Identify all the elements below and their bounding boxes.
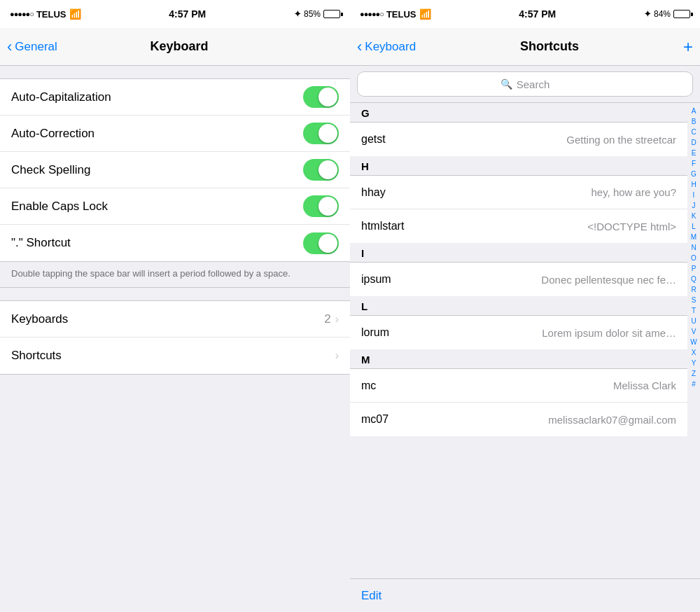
right-time: 4:57 PM xyxy=(519,8,556,20)
auto-capitalization-row[interactable]: Auto-Capitalization xyxy=(0,79,350,116)
keyboards-label: Keyboards xyxy=(11,312,68,326)
keyboards-chevron-icon: › xyxy=(335,313,339,326)
search-bar[interactable]: 🔍 Search xyxy=(357,71,693,97)
auto-correction-row[interactable]: Auto-Correction xyxy=(0,116,350,152)
right-status-right: ✦ 84% xyxy=(644,9,690,19)
left-status-right: ✦ 85% xyxy=(294,9,340,19)
check-spelling-row[interactable]: Check Spelling xyxy=(0,152,350,188)
shortcut-hhay[interactable]: hhay hey, how are you? xyxy=(350,176,687,209)
right-body: 🔍 Search G getst Getting on the streetca… xyxy=(350,66,700,612)
period-shortcut-note: Double tapping the space bar will insert… xyxy=(0,262,350,288)
search-placeholder: Search xyxy=(517,78,550,90)
section-h-group: hhay hey, how are you? htmlstart <!DOCTY… xyxy=(350,176,687,243)
left-battery-pct: 85% xyxy=(304,9,321,19)
alpha-r[interactable]: R xyxy=(691,284,696,295)
shortcut-key-htmlstart: htmlstart xyxy=(361,220,404,232)
alpha-u[interactable]: U xyxy=(691,316,696,326)
alpha-w[interactable]: W xyxy=(690,337,696,347)
shortcut-phrase-ipsum: Donec pellentesque nec fe… xyxy=(541,274,676,286)
wifi-icon: 📶 xyxy=(69,8,81,20)
left-status-left: ●●●●●○ TELUS 📶 xyxy=(10,8,81,20)
right-wifi-icon: 📶 xyxy=(419,8,431,20)
section-header-i: I xyxy=(350,243,687,263)
right-carrier-label: TELUS xyxy=(386,9,416,20)
edit-bar: Edit xyxy=(350,578,700,612)
alpha-c[interactable]: C xyxy=(691,127,696,137)
edit-button[interactable]: Edit xyxy=(361,589,382,603)
left-battery-icon xyxy=(323,10,340,18)
left-content: Auto-Capitalization Auto-Correction Chec… xyxy=(0,66,350,612)
right-status-bar: ●●●●●○ TELUS 📶 4:57 PM ✦ 84% xyxy=(350,0,700,28)
left-screen: ●●●●●○ TELUS 📶 4:57 PM ✦ 85% ‹ General K… xyxy=(0,0,350,612)
shortcuts-chevron-icon: › xyxy=(335,349,339,362)
section-g-group: getst Getting on the streetcar xyxy=(350,123,687,156)
alpha-g[interactable]: G xyxy=(691,169,696,179)
alpha-i[interactable]: I xyxy=(693,190,695,200)
alpha-e[interactable]: E xyxy=(692,148,696,158)
auto-capitalization-toggle[interactable] xyxy=(303,86,339,108)
left-back-button[interactable]: ‹ General xyxy=(7,38,57,56)
enable-caps-lock-row[interactable]: Enable Caps Lock xyxy=(0,188,350,225)
check-spelling-toggle[interactable] xyxy=(303,159,339,181)
alpha-d[interactable]: D xyxy=(691,137,696,148)
alpha-z[interactable]: Z xyxy=(692,368,696,379)
right-nav-title: Shortcuts xyxy=(520,39,579,54)
period-shortcut-toggle[interactable] xyxy=(303,232,339,254)
period-shortcut-row[interactable]: "." Shortcut xyxy=(0,225,350,261)
shortcut-lorum[interactable]: lorum Lorem ipsum dolor sit ame… xyxy=(350,316,687,349)
search-icon: 🔍 xyxy=(500,78,512,90)
alpha-q[interactable]: Q xyxy=(691,274,696,284)
alpha-o[interactable]: O xyxy=(691,253,696,263)
shortcut-ipsum[interactable]: ipsum Donec pellentesque nec fe… xyxy=(350,263,687,296)
right-battery-icon xyxy=(673,10,690,18)
shortcut-getst[interactable]: getst Getting on the streetcar xyxy=(350,123,687,156)
shortcut-htmlstart[interactable]: htmlstart <!DOCTYPE html> xyxy=(350,209,687,243)
shortcut-phrase-lorum: Lorem ipsum dolor sit ame… xyxy=(542,327,676,339)
alpha-t[interactable]: T xyxy=(692,305,696,316)
alpha-s[interactable]: S xyxy=(692,295,696,305)
alpha-index[interactable]: A B C D E F G H I J K L M N O P Q R S T xyxy=(687,103,700,578)
left-status-bar: ●●●●●○ TELUS 📶 4:57 PM ✦ 85% xyxy=(0,0,350,28)
right-nav-bar: ‹ Keyboard Shortcuts + xyxy=(350,28,700,66)
left-time: 4:57 PM xyxy=(169,8,206,20)
shortcut-key-getst: getst xyxy=(361,133,386,146)
period-shortcut-label: "." Shortcut xyxy=(11,236,71,250)
alpha-f[interactable]: F xyxy=(692,158,696,169)
enable-caps-lock-toggle[interactable] xyxy=(303,195,339,217)
alpha-y[interactable]: Y xyxy=(692,358,696,368)
shortcut-mc[interactable]: mc Melissa Clark xyxy=(350,369,687,403)
alpha-j[interactable]: J xyxy=(692,200,696,211)
section-header-g: G xyxy=(350,103,687,123)
alpha-m[interactable]: M xyxy=(691,232,696,242)
shortcuts-content: G getst Getting on the streetcar H hhay … xyxy=(350,103,687,578)
alpha-k[interactable]: K xyxy=(692,211,696,221)
alpha-hash[interactable]: # xyxy=(692,379,696,389)
alpha-p[interactable]: P xyxy=(692,263,696,274)
keyboards-row[interactable]: Keyboards 2 › xyxy=(0,301,350,338)
right-back-button[interactable]: ‹ Keyboard xyxy=(357,38,416,56)
left-back-label: General xyxy=(15,40,57,54)
alpha-n[interactable]: N xyxy=(691,242,696,253)
alpha-h[interactable]: H xyxy=(691,179,696,190)
alpha-a[interactable]: A xyxy=(692,106,696,116)
section-m-group: mc Melissa Clark mc07 melissaclark07@gma… xyxy=(350,369,687,436)
shortcuts-nav-row[interactable]: Shortcuts › xyxy=(0,338,350,374)
left-back-chevron-icon: ‹ xyxy=(7,38,12,56)
shortcut-phrase-getst: Getting on the streetcar xyxy=(566,134,676,146)
alpha-l[interactable]: L xyxy=(692,221,696,232)
shortcuts-list-container: G getst Getting on the streetcar H hhay … xyxy=(350,103,700,578)
auto-correction-label: Auto-Correction xyxy=(11,127,94,141)
alpha-x[interactable]: X xyxy=(692,347,696,358)
right-back-label: Keyboard xyxy=(365,40,416,54)
section-header-m: M xyxy=(350,349,687,369)
shortcut-mc07[interactable]: mc07 melissaclark07@gmail.com xyxy=(350,403,687,436)
right-status-left: ●●●●●○ TELUS 📶 xyxy=(360,8,431,20)
signal-dots: ●●●●●○ xyxy=(10,10,34,18)
add-shortcut-button[interactable]: + xyxy=(683,37,693,57)
toggle-knob-2 xyxy=(318,124,337,143)
carrier-label: TELUS xyxy=(36,9,66,20)
alpha-v[interactable]: V xyxy=(692,326,696,337)
keyboards-value: 2 › xyxy=(324,312,339,326)
alpha-b[interactable]: B xyxy=(692,116,696,127)
auto-correction-toggle[interactable] xyxy=(303,123,339,144)
